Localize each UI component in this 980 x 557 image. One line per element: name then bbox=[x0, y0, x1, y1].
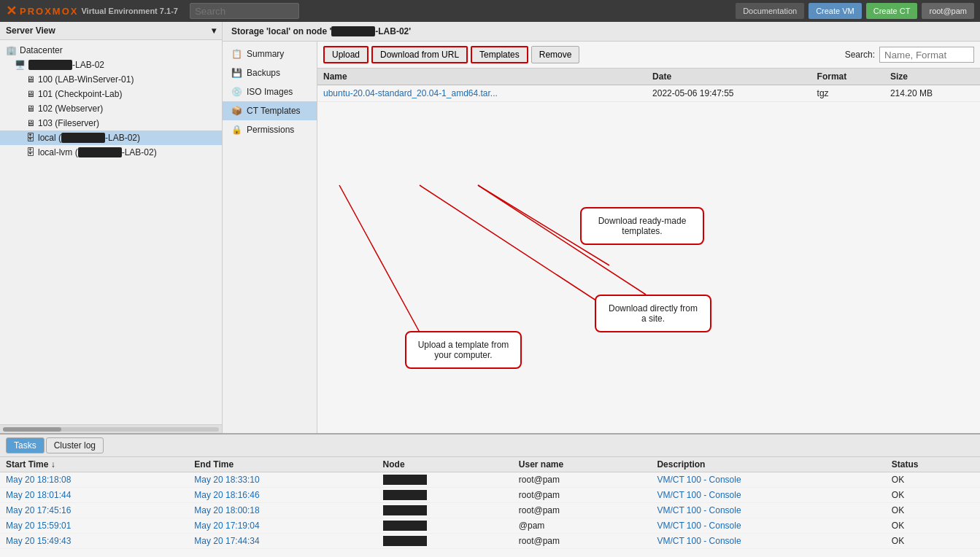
nav-ct-templates[interactable]: 📦 CT Templates bbox=[223, 101, 317, 120]
bottom-tabs: Tasks Cluster log bbox=[0, 435, 980, 457]
sidebar-item-label: -LAB-02 bbox=[28, 60, 104, 70]
ct-templates-icon: 📦 bbox=[231, 106, 242, 116]
tasks-table: Start Time ↓ End Time Node User name Des… bbox=[0, 457, 980, 557]
vm-icon: 🖥 bbox=[26, 118, 35, 128]
node-icon: 🖥️ bbox=[15, 60, 26, 70]
task-row[interactable]: May 20 17:45:16 May 20 18:00:18 root@pam… bbox=[0, 503, 980, 518]
task-row[interactable]: May 20 18:01:44 May 20 18:16:46 root@pam… bbox=[0, 488, 980, 503]
task-end: May 20 17:44:34 bbox=[188, 534, 377, 549]
task-row[interactable]: May 20 15:49:43 May 20 17:44:34 root@pam… bbox=[0, 534, 980, 549]
storage-icon: 🗄 bbox=[26, 133, 35, 143]
sidebar-item-local-lvm[interactable]: 🗄 local-lvm ( -LAB-02) bbox=[0, 145, 222, 160]
table-search-area: Search: bbox=[845, 47, 974, 63]
task-start: May 20 15:49:43 bbox=[0, 534, 188, 549]
col-format: Format bbox=[811, 69, 884, 85]
file-format: tgz bbox=[811, 85, 884, 102]
task-status: OK bbox=[886, 534, 980, 549]
sidebar-item-vm103[interactable]: 🖥 103 (Fileserver) bbox=[0, 116, 222, 131]
topbar: ✕ PROXMOX Virtual Environment 7.1-7 Docu… bbox=[0, 0, 980, 22]
task-end: May 20 18:33:10 bbox=[188, 472, 377, 488]
search-box[interactable] bbox=[190, 3, 299, 19]
sidebar-item-label: 103 (Fileserver) bbox=[38, 118, 99, 128]
sidebar-item-node[interactable]: 🖥️ -LAB-02 bbox=[0, 58, 222, 72]
upload-annotation-text: Upload a template from your computer. bbox=[418, 340, 509, 360]
documentation-button[interactable]: Documentation bbox=[736, 3, 804, 19]
vm-icon: 🖥 bbox=[26, 74, 35, 85]
tab-cluster-log[interactable]: Cluster log bbox=[46, 437, 104, 453]
sidebar-item-vm100[interactable]: 🖥 100 (LAB-WinServer-01) bbox=[0, 72, 222, 87]
task-user: root@pam bbox=[513, 488, 652, 503]
templates-annotation: Download ready-made templates. bbox=[580, 207, 704, 245]
bottom-panel: Tasks Cluster log Start Time ↓ End Time … bbox=[0, 433, 980, 557]
col-username: User name bbox=[513, 457, 652, 472]
col-node: Node bbox=[377, 457, 513, 472]
logo-ve: Virtual Environment 7.1-7 bbox=[81, 7, 177, 15]
sidebar-title: Server View bbox=[6, 26, 55, 36]
create-ct-button[interactable]: Create CT bbox=[866, 3, 918, 19]
create-vm-button[interactable]: Create VM bbox=[809, 3, 862, 19]
tab-tasks[interactable]: Tasks bbox=[6, 437, 45, 453]
nav-iso[interactable]: 💿 ISO Images bbox=[223, 82, 317, 101]
iso-icon: 💿 bbox=[231, 87, 242, 97]
file-size: 214.20 MB bbox=[884, 85, 980, 102]
nav-panel: 📋 Summary 💾 Backups 💿 ISO Images 📦 CT Te… bbox=[223, 42, 317, 433]
sidebar-collapse-icon[interactable]: ▾ bbox=[212, 26, 216, 36]
sidebar-item-label: 102 (Webserver) bbox=[38, 104, 103, 114]
search-input[interactable] bbox=[190, 3, 299, 19]
task-desc: VM/CT 100 - Console bbox=[651, 488, 885, 503]
sidebar-item-label: local ( -LAB-02) bbox=[38, 133, 140, 143]
search-label: Search: bbox=[845, 50, 875, 60]
col-end-time: End Time bbox=[188, 457, 377, 472]
col-start-time: Start Time ↓ bbox=[0, 457, 188, 472]
sidebar-scrollbar[interactable] bbox=[0, 424, 222, 433]
table-row[interactable]: ubuntu-20.04-standard_20.04-1_amd64.tar.… bbox=[317, 85, 980, 102]
col-status: Status bbox=[886, 457, 980, 472]
task-start: May 20 18:01:44 bbox=[0, 488, 188, 503]
sidebar-item-datacenter[interactable]: 🏢 Datacenter bbox=[0, 43, 222, 58]
summary-icon: 📋 bbox=[231, 49, 242, 59]
file-date: 2022-05-06 19:47:55 bbox=[647, 85, 811, 102]
task-row[interactable]: May 20 18:18:08 May 20 18:33:10 root@pam… bbox=[0, 472, 980, 488]
task-desc: VM/CT 100 - Console bbox=[651, 518, 885, 534]
toolbar: Upload Download from URL Templates Remov… bbox=[317, 42, 980, 69]
permissions-icon: 🔒 bbox=[231, 125, 242, 135]
task-status: OK bbox=[886, 503, 980, 518]
sidebar-item-vm102[interactable]: 🖥 102 (Webserver) bbox=[0, 101, 222, 116]
task-start: May 20 17:45:16 bbox=[0, 503, 188, 518]
nav-permissions[interactable]: 🔒 Permissions bbox=[223, 120, 317, 139]
backups-icon: 💾 bbox=[231, 68, 242, 78]
task-node bbox=[377, 472, 513, 488]
task-user: @pam bbox=[513, 518, 652, 534]
task-node bbox=[377, 488, 513, 503]
remove-button[interactable]: Remove bbox=[531, 46, 580, 63]
vm-icon: 🖥 bbox=[26, 89, 35, 99]
nav-backups[interactable]: 💾 Backups bbox=[223, 63, 317, 82]
task-start: May 20 15:59:01 bbox=[0, 518, 188, 534]
task-user: root@pam bbox=[513, 472, 652, 488]
user-menu-button[interactable]: root@pam bbox=[922, 3, 974, 19]
nav-summary[interactable]: 📋 Summary bbox=[223, 44, 317, 63]
task-status: OK bbox=[886, 518, 980, 534]
task-end: May 20 17:19:04 bbox=[188, 518, 377, 534]
task-end: May 20 18:16:46 bbox=[188, 488, 377, 503]
task-user: root@pam bbox=[513, 503, 652, 518]
task-start: May 20 18:18:08 bbox=[0, 472, 188, 488]
table-search-input[interactable] bbox=[879, 47, 974, 63]
task-end: May 20 18:00:18 bbox=[188, 503, 377, 518]
templates-button[interactable]: Templates bbox=[471, 46, 528, 63]
sidebar-item-local[interactable]: 🗄 local ( -LAB-02) bbox=[0, 131, 222, 145]
task-desc: VM/CT 100 - Console bbox=[651, 503, 885, 518]
task-user: root@pam bbox=[513, 534, 652, 549]
upload-button[interactable]: Upload bbox=[323, 46, 369, 63]
scrollbar-thumb[interactable] bbox=[3, 427, 61, 432]
sidebar-item-label: local-lvm ( -LAB-02) bbox=[38, 147, 157, 157]
storage-title: Storage 'local' on node ' -LAB-02' bbox=[231, 26, 411, 36]
sidebar-tree: 🏢 Datacenter 🖥️ -LAB-02 🖥 100 (LAB-WinSe… bbox=[0, 40, 222, 424]
download-url-button[interactable]: Download from URL bbox=[371, 46, 468, 63]
task-node bbox=[377, 534, 513, 549]
task-status: OK bbox=[886, 488, 980, 503]
task-row[interactable]: May 20 15:59:01 May 20 17:19:04 @pam VM/… bbox=[0, 518, 980, 534]
col-name: Name bbox=[317, 69, 647, 85]
sidebar-item-vm101[interactable]: 🖥 101 (Checkpoint-Lab) bbox=[0, 87, 222, 101]
col-description: Description bbox=[651, 457, 885, 472]
